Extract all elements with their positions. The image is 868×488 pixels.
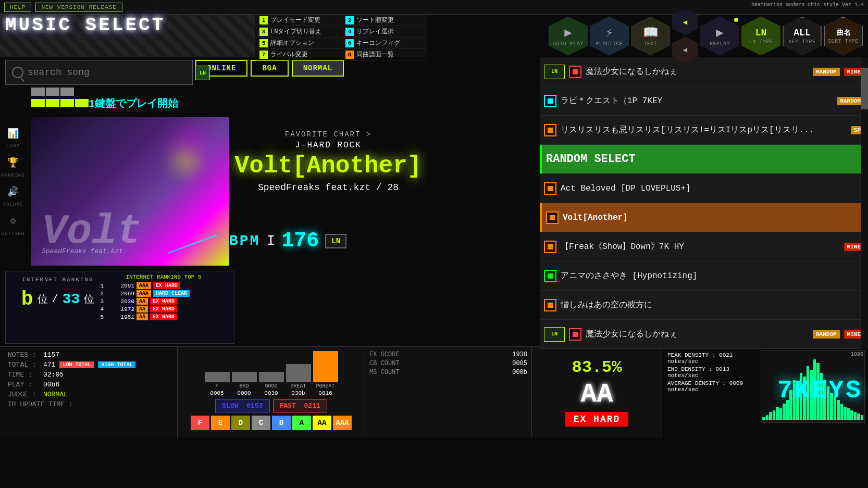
ranking-entry: 4 1972 AA EX HARD [98, 306, 229, 312]
song-name: リスリスリスも忌リスリス[リスリス!=リスIリスpリス[リスリ... [561, 124, 847, 135]
new-version-button[interactable]: NEW VERSION RELEASE [35, 3, 122, 12]
volume-icon: 🔊 [4, 182, 22, 201]
hex-auto-play[interactable]: ▶ AUTO PLAY [549, 17, 588, 56]
volume-label: VOLUME [3, 202, 23, 207]
filter-btn-normal[interactable]: NORMAL [292, 60, 344, 77]
song-name: 【Freak《Show】Down》7K HY [561, 241, 840, 252]
shortcut-label-8: 同曲譜面一覧 [356, 50, 394, 59]
filter-btn-bga[interactable]: BGA [251, 60, 288, 77]
list-item[interactable]: 【Freak《Show】Down》7K HYMINE [540, 232, 868, 261]
key-bar-2 [46, 99, 59, 107]
arrow-up-icon: ◀ [683, 18, 687, 27]
note-count-top: 1096 [851, 352, 863, 357]
rank-type: EX HARD [150, 306, 177, 312]
filter-buttons: ONLINEBGANORMAL [195, 60, 344, 77]
hex-practice[interactable]: ⚡ PLACTICE [590, 17, 629, 56]
shortcut-num-3: 3 [259, 28, 268, 36]
sidebar-item-volume[interactable]: 🔊VOLUME [3, 182, 23, 207]
high-total-badge: HIGH TOTAL [98, 361, 135, 368]
ir-label: IR UPDATE TIME : [8, 401, 76, 408]
ln-mode-box[interactable]: LN [325, 234, 346, 248]
poor-label: F [215, 383, 218, 389]
song-genre: J-HARD ROCK [229, 141, 427, 150]
end-density: END DENSITY : 0013 notes/sec [667, 366, 757, 379]
ms-count-label: MS COUNT [369, 369, 400, 376]
bad-label: BAD [239, 383, 249, 389]
shortcut-2: 2ソート順変更 [341, 15, 427, 26]
rank-pos: 2 [98, 291, 104, 297]
hex-replay[interactable]: ▶ REPLAY [700, 17, 739, 56]
list-item[interactable]: Volt[Another] [540, 203, 868, 232]
sorttype-label: SORT TYPE [828, 39, 859, 44]
rank-grade: AA [137, 306, 148, 312]
hex-text[interactable]: 📖 TEXT [631, 17, 670, 56]
shortcut-3: 3LNタイプ切り替え [255, 26, 341, 37]
key-bar-4 [75, 99, 89, 107]
setting-icon: ⚙ [4, 211, 22, 230]
grade-f: F [191, 416, 209, 430]
list-item[interactable]: アニマのささやき [Hypnotizing] [540, 261, 868, 291]
list-item[interactable]: LN魔法少女になるしかねぇRANDOMMINE [540, 320, 868, 349]
search-input[interactable] [28, 67, 186, 78]
shortcut-num-2: 2 [345, 16, 354, 24]
song-diff-box [544, 95, 556, 107]
peak-label: PEAK DENSITY : [667, 352, 715, 358]
ln-tab[interactable]: LN [195, 66, 210, 80]
key-bar-3 [60, 99, 74, 107]
bad-count: 0000 [237, 390, 251, 396]
diff-inner [548, 128, 553, 133]
low-total-badge: LOW TOTAL [59, 361, 94, 368]
density-bar [844, 407, 847, 420]
lamp-icon: 📊 [4, 124, 22, 143]
density-info: PEAK DENSITY : 0021 notes/sec END DENSIT… [665, 350, 759, 396]
shortcut-label-3: LNタイプ切り替え [270, 27, 321, 36]
hex-sort-type[interactable]: 曲名 SORT TYPE [824, 17, 863, 56]
top-bar: HELP NEW VERSION RELEASE beatnation mode… [0, 0, 868, 15]
list-item[interactable]: 憎しみはあの空の彼方に [540, 291, 868, 320]
album-subtitle: SpeedFreaks feat.kzt [42, 247, 123, 255]
bpm-label: BPM [229, 233, 260, 249]
my-rank: b [21, 288, 33, 310]
judge-label: JUDGE : [8, 391, 39, 398]
shortcut-num-5: 5 [259, 39, 268, 47]
ranking-entry: 1 2091 AAA EX HARD [98, 282, 229, 289]
ranking-top-title: INTERNET RANKING TOP 5 [98, 274, 229, 280]
list-item[interactable]: LN魔法少女になるしかねぇRANDOMMINE [540, 57, 868, 86]
ex-score-label: EX SCORE [369, 351, 400, 358]
list-item[interactable]: RANDOM SELECT [540, 145, 868, 174]
diff-inner [548, 244, 553, 249]
slow-label: SLOW [222, 402, 238, 410]
sidebar-item-setting[interactable]: ⚙SETTING [2, 211, 25, 236]
ms-count-value: 000b [512, 369, 527, 376]
good-count: 0030 [264, 390, 278, 396]
scrollbar-thumb[interactable] [861, 68, 868, 109]
text-icon: 📖 [643, 25, 659, 40]
play-start-text: 1鍵盤でプレイ開始 [89, 96, 178, 110]
help-button[interactable]: HELP [4, 3, 31, 12]
sidebar-item-lamp[interactable]: 📊LAMP [4, 124, 22, 149]
song-list: LN魔法少女になるしかねぇRANDOMMINEラピ＊クエスト（1P 7KEYRA… [540, 57, 868, 349]
list-item[interactable]: ラピ＊クエスト（1P 7KEYRANDOM [540, 86, 868, 116]
notes-label: NOTES : [8, 351, 39, 359]
song-name: Act Beloved [DP LOVEPLUS+] [561, 184, 864, 193]
slow-box: SLOW 0153 [215, 399, 269, 412]
song-tag-random: RANDOM [813, 68, 840, 76]
diff-inner [573, 332, 578, 337]
version-text: beatnation modern chic style Ver 1.4 [751, 2, 864, 8]
list-scrollbar[interactable] [861, 57, 868, 349]
hex-arrow-up[interactable]: ◀ [672, 9, 698, 35]
sidebar-item-ranking[interactable]: 🏆RANKING [2, 153, 25, 178]
score-bar-2 [46, 87, 59, 96]
practice-label: PLACTICE [596, 41, 623, 47]
list-item[interactable]: Act Beloved [DP LOVEPLUS+] [540, 174, 868, 203]
replay-icon: ▶ [716, 25, 723, 40]
album-art: Volt SpeedFreaks feat.kzt [31, 117, 229, 266]
hex-key-type[interactable]: ALL KEY TYPE [783, 17, 822, 56]
hex-ln-type[interactable]: LN LN TYPE [741, 17, 780, 56]
list-item[interactable]: リスリスリスも忌リスリス[リスリス!=リスIリスpリス[リスリ...SP [540, 116, 868, 145]
accuracy-panel: 83.5% AA EX HARD [531, 346, 662, 437]
hex-arrow-down[interactable]: ◀ [672, 37, 698, 63]
song-tag-random: RANDOM [813, 330, 840, 339]
lamp-label: LAMP [6, 144, 20, 149]
ranking-entry: 5 1951 AA EX HARD [98, 314, 229, 320]
